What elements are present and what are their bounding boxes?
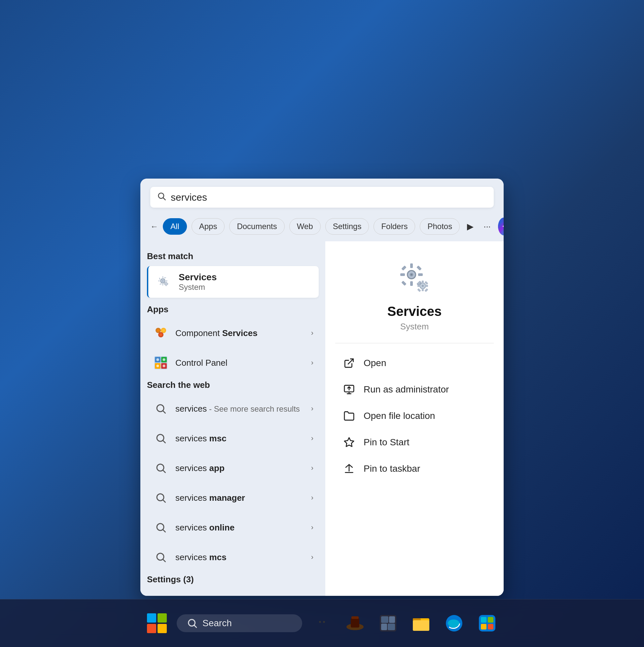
- web-search-icon-5: [152, 519, 170, 536]
- control-panel-label: Control Panel: [175, 358, 311, 368]
- action-pin-taskbar[interactable]: Pin to taskbar: [335, 455, 494, 482]
- component-services-icon: [152, 325, 170, 342]
- tab-documents[interactable]: Documents: [229, 218, 284, 235]
- best-match-section-title: Best match: [147, 251, 319, 262]
- svg-rect-50: [422, 281, 424, 284]
- search-input[interactable]: [171, 192, 487, 203]
- action-run-as-admin[interactable]: Run as administrator: [335, 376, 494, 403]
- taskbar-icon-2[interactable]: [342, 610, 368, 636]
- web-search-5-chevron: ›: [311, 523, 313, 532]
- svg-point-6: [162, 280, 164, 282]
- svg-rect-77: [351, 618, 359, 628]
- settings-section-title: Settings (3): [147, 574, 319, 585]
- svg-rect-66: [157, 613, 167, 623]
- web-search-6-label: services mcs: [175, 552, 311, 563]
- control-panel-chevron: ›: [311, 358, 313, 367]
- taskbar-search-icon: [187, 618, 198, 629]
- action-pin-start[interactable]: Pin to Start: [335, 429, 494, 455]
- svg-text:✦: ✦: [501, 223, 504, 230]
- svg-point-13: [157, 329, 159, 332]
- file-explorer-icon: [411, 614, 431, 633]
- taskbar-icon-4[interactable]: [408, 610, 434, 636]
- svg-point-74: [319, 621, 321, 623]
- svg-line-36: [163, 560, 166, 562]
- web-search-6-chevron: ›: [311, 553, 313, 562]
- svg-point-48: [410, 274, 412, 276]
- web-search-icon-2: [152, 430, 170, 447]
- web-section-title: Search the web: [147, 380, 319, 390]
- tab-web[interactable]: Web: [289, 218, 321, 235]
- web-search-4-chevron: ›: [311, 494, 313, 502]
- pin-start-label: Pin to Start: [364, 437, 409, 448]
- taskbar-icon-5[interactable]: [441, 610, 467, 636]
- svg-rect-91: [481, 624, 487, 630]
- open-label: Open: [364, 358, 386, 368]
- taskbar-icon-6[interactable]: [474, 610, 500, 636]
- more-options-icon[interactable]: ···: [481, 219, 494, 234]
- file-location-icon: [342, 409, 357, 423]
- more-arrow-icon[interactable]: ▶: [464, 219, 476, 234]
- web-search-icon-1: [152, 400, 170, 417]
- best-match-title: Services: [179, 272, 217, 283]
- svg-rect-65: [147, 613, 156, 623]
- svg-point-24: [163, 365, 166, 367]
- best-match-info: Services System: [179, 272, 217, 292]
- svg-rect-67: [147, 624, 156, 633]
- tab-settings[interactable]: Settings: [325, 218, 369, 235]
- svg-rect-52: [417, 285, 421, 287]
- svg-line-26: [163, 411, 166, 413]
- list-item-component-services[interactable]: Component Services ›: [147, 319, 319, 347]
- search-icon: [157, 192, 166, 203]
- svg-rect-41: [418, 273, 423, 276]
- web-search-services-online[interactable]: services online ›: [147, 514, 319, 542]
- windows-start-button[interactable]: [144, 610, 170, 636]
- svg-line-34: [163, 530, 166, 532]
- web-search-services-manager[interactable]: services manager ›: [147, 484, 319, 512]
- web-search-2-chevron: ›: [311, 434, 313, 443]
- web-search-services[interactable]: services - See more search results ›: [147, 395, 319, 423]
- svg-rect-78: [351, 616, 359, 619]
- tab-apps[interactable]: Apps: [192, 218, 225, 235]
- virtual-desktop-icon: [379, 614, 398, 633]
- fox-icon: [312, 614, 332, 633]
- svg-line-1: [163, 198, 165, 200]
- pin-start-icon: [342, 435, 357, 450]
- web-search-services-mcs[interactable]: services mcs ›: [147, 543, 319, 571]
- web-search-3-label: services app: [175, 463, 311, 474]
- web-search-icon-3: [152, 459, 170, 477]
- list-item-control-panel[interactable]: Control Panel ›: [147, 349, 319, 377]
- copilot-button[interactable]: ✦: [498, 218, 504, 235]
- svg-rect-90: [488, 617, 494, 623]
- web-search-services-app[interactable]: services app ›: [147, 454, 319, 482]
- svg-rect-39: [410, 281, 413, 286]
- svg-point-21: [156, 358, 159, 361]
- svg-rect-68: [157, 624, 167, 633]
- svg-rect-38: [410, 264, 413, 268]
- hat-icon: [345, 614, 365, 633]
- web-search-3-chevron: ›: [311, 464, 313, 473]
- tab-all[interactable]: All: [163, 218, 187, 235]
- action-open[interactable]: Open: [335, 350, 494, 376]
- action-open-file-location[interactable]: Open file location: [335, 403, 494, 429]
- web-search-2-label: services msc: [175, 433, 311, 444]
- taskbar-icon-1[interactable]: [309, 610, 335, 636]
- detail-subtitle: System: [400, 321, 429, 332]
- main-content: Best match: [140, 241, 504, 596]
- tab-photos[interactable]: Photos: [420, 218, 460, 235]
- taskbar-icon-3[interactable]: [375, 610, 401, 636]
- best-match-item[interactable]: Services System: [147, 266, 319, 298]
- taskbar-search[interactable]: Search: [177, 614, 302, 632]
- web-search-services-msc[interactable]: services msc ›: [147, 425, 319, 452]
- taskbar: Search: [0, 599, 644, 647]
- right-panel: Services System Open: [325, 241, 504, 596]
- services-detail-icon: [396, 261, 433, 297]
- svg-point-60: [422, 285, 424, 287]
- svg-rect-53: [425, 285, 428, 287]
- back-button[interactable]: ←: [150, 218, 158, 235]
- web-search-5-label: services online: [175, 522, 311, 533]
- detail-title: Services: [387, 304, 442, 319]
- pin-taskbar-label: Pin to taskbar: [364, 463, 420, 474]
- web-search-icon-6: [152, 549, 170, 566]
- tab-folders[interactable]: Folders: [374, 218, 415, 235]
- svg-point-15: [159, 334, 162, 336]
